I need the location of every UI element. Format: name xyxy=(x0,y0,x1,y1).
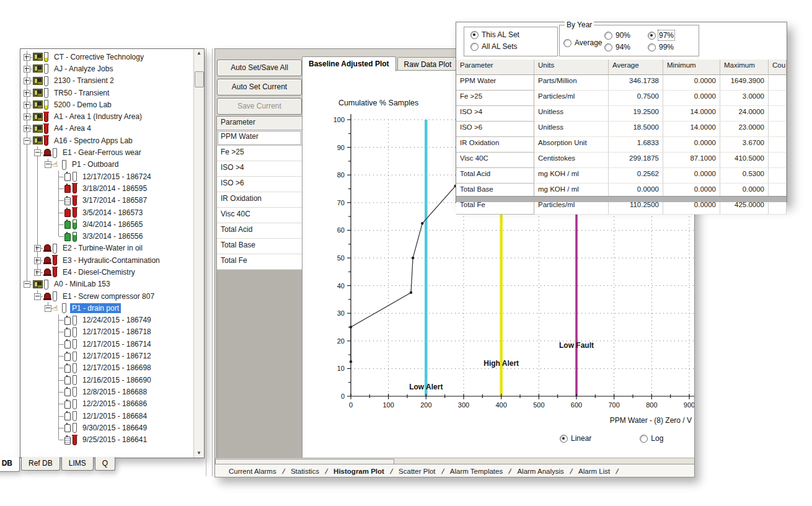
tree-item[interactable]: 3/17/2014 - 186587 xyxy=(22,195,193,206)
collapse-minus-icon[interactable] xyxy=(45,305,51,312)
expand-plus-icon[interactable] xyxy=(24,125,30,132)
table-row[interactable]: IR OxidationAbsorption Unit1.68330.00003… xyxy=(456,137,787,153)
expand-plus-icon[interactable] xyxy=(24,90,30,97)
tree-item[interactable]: 12/17/2015 - 186714 xyxy=(22,338,193,350)
auto-set-save-all-button[interactable]: Auto Set/Save All xyxy=(217,60,302,76)
tree-item[interactable]: A16 - Spectro Apps Lab xyxy=(22,135,193,146)
table-row[interactable]: Visc 40CCentistokes299.187587.1000410.50… xyxy=(456,153,787,168)
tree-item[interactable]: 3/3/2014 - 186556 xyxy=(22,230,193,242)
tree-item[interactable]: 12/17/2015 - 186698 xyxy=(22,362,193,374)
parameter-item[interactable]: Fe >25 xyxy=(217,146,302,161)
tree-item[interactable]: 12/8/2015 - 186688 xyxy=(22,386,193,397)
parameter-item[interactable]: ISO >6 xyxy=(217,177,302,192)
tree-vertical-scrollbar[interactable]: ▲ ▼ xyxy=(193,49,204,458)
parameter-item[interactable]: Total Acid xyxy=(217,223,302,239)
tab-scatter-plot[interactable]: Scatter Plot xyxy=(392,468,441,475)
tab-statistics[interactable]: Statistics xyxy=(285,468,325,475)
db-tab-q[interactable]: Q xyxy=(95,457,115,471)
tree-item[interactable]: TR50 - Transient xyxy=(22,87,193,99)
table-cell: PPM Water xyxy=(456,75,534,91)
tree-item[interactable]: 3/5/2014 - 186573 xyxy=(22,206,193,218)
parameter-item[interactable]: Total Base xyxy=(217,239,302,254)
tree-item[interactable]: 3/4/2014 - 186565 xyxy=(22,218,193,230)
tree-guide xyxy=(43,206,53,218)
scroll-down-icon[interactable]: ▼ xyxy=(194,449,204,458)
tree-item[interactable]: A1 - Area 1 (Industry Area) xyxy=(22,110,193,122)
tree-item-label: CT - Corrective Technology xyxy=(52,52,146,62)
table-row[interactable]: Fe >25Particles/ml0.75000.00003.0000 xyxy=(456,91,787,106)
tab-histogram-plot[interactable]: Histogram Plot xyxy=(327,468,391,475)
tree-item[interactable]: A0 - MiniLab 153 xyxy=(22,278,193,290)
auto-set-current-button[interactable]: Auto Set Current xyxy=(217,79,302,95)
collapse-minus-icon[interactable] xyxy=(34,293,41,300)
tab-raw-data-plot[interactable]: Raw Data Plot xyxy=(397,57,459,71)
expand-plus-icon[interactable] xyxy=(34,257,41,264)
tree-item[interactable]: E1 - Gear-Ferrous wear xyxy=(22,146,193,158)
tab-current-alarms[interactable]: Current Alarms xyxy=(223,468,283,475)
tab-alarm-list[interactable]: Alarm List xyxy=(572,468,616,475)
tree-item[interactable]: 12/24/2015 - 186749 xyxy=(22,314,193,326)
expand-plus-icon[interactable] xyxy=(34,245,41,252)
tree-item[interactable]: CT - Corrective Technology xyxy=(22,51,193,63)
parameter-item[interactable]: ISO >4 xyxy=(217,161,302,177)
tree-item[interactable]: E1 - Screw compressor 807 xyxy=(22,290,193,302)
tree-item[interactable]: 12/1/2015 - 186684 xyxy=(22,410,193,422)
table-row[interactable]: PPM WaterParts/Million346.17380.00001649… xyxy=(456,75,787,91)
tree-item[interactable]: 9/25/2015 - 186641 xyxy=(22,434,193,446)
tree-item[interactable]: 12/17/2015 - 186724 xyxy=(22,171,193,182)
tube-icon xyxy=(73,352,77,362)
average-radio[interactable]: Average xyxy=(563,38,602,47)
collapse-minus-icon[interactable] xyxy=(24,281,30,288)
parameter-item[interactable]: IR Oxidation xyxy=(217,192,302,208)
table-row[interactable]: Total Acidmg KOH / ml0.25620.00000.5300 xyxy=(456,168,787,184)
db-tab-ref-db[interactable]: Ref DB xyxy=(21,457,60,471)
tree-item[interactable]: 5200 - Demo Lab xyxy=(22,99,193,110)
db-tab-lims[interactable]: LIMS xyxy=(61,457,94,471)
splitter-line[interactable] xyxy=(206,48,206,476)
expand-plus-icon[interactable] xyxy=(34,269,41,276)
tab-alarm-templates[interactable]: Alarm Templates xyxy=(444,468,509,475)
tree-item[interactable]: ☝P1 - drain port xyxy=(22,302,193,314)
all-al-sets-radio[interactable]: All AL Sets xyxy=(470,42,518,51)
log-scale-radio[interactable]: Log xyxy=(640,434,663,443)
expand-plus-icon[interactable] xyxy=(24,54,30,61)
tree-item[interactable]: ☝P1 - Outboard xyxy=(22,159,193,171)
expand-plus-icon[interactable] xyxy=(24,102,30,109)
scroll-up-icon[interactable]: ▲ xyxy=(194,49,204,58)
table-row[interactable]: ISO >4Unitless19.250014.000024.0000 xyxy=(456,106,787,122)
table-row[interactable]: ISO >6Unitless18.500014.000023.0000 xyxy=(456,122,787,137)
tree-item[interactable]: E2 - Turbine-Water in oil xyxy=(22,242,193,254)
94--label: 94% xyxy=(616,43,630,51)
tree-item[interactable]: A4 - Area 4 xyxy=(22,123,193,135)
collapse-minus-icon[interactable] xyxy=(45,161,51,168)
tree-item[interactable]: E3 - Hydraulic-Contamination xyxy=(22,254,193,266)
90--radio[interactable]: 90% xyxy=(604,31,630,40)
97--radio[interactable]: 97% xyxy=(648,31,674,40)
expand-plus-icon[interactable] xyxy=(24,66,30,73)
linear-scale-radio[interactable]: Linear xyxy=(560,434,591,443)
tree-item[interactable]: E4 - Diesel-Chemistry xyxy=(22,266,193,278)
parameter-item[interactable]: PPM Water xyxy=(217,130,302,146)
expand-plus-icon[interactable] xyxy=(24,78,30,84)
tree-item[interactable]: 3/18/2014 - 186595 xyxy=(22,182,193,194)
splitter-line[interactable] xyxy=(212,48,213,476)
tree-item[interactable]: 2130 - Transient 2 xyxy=(22,75,193,87)
db-tab-er-db[interactable]: er DB xyxy=(0,457,20,472)
this-al-set-radio[interactable]: This AL Set xyxy=(470,30,519,39)
tab-baseline-adjusted-plot[interactable]: Baseline Adjusted Plot xyxy=(302,56,396,71)
collapse-minus-icon[interactable] xyxy=(24,138,30,144)
tree-item[interactable]: 12/17/2015 - 186712 xyxy=(22,350,193,362)
parameter-item[interactable]: Visc 40C xyxy=(217,208,302,223)
parameter-item[interactable]: Total Fe xyxy=(217,254,302,270)
tree-item[interactable]: 12/16/2015 - 186690 xyxy=(22,374,193,386)
tab-alarm-analysis[interactable]: Alarm Analysis xyxy=(511,468,570,475)
94--radio[interactable]: 94% xyxy=(604,43,630,51)
tree-item[interactable]: 9/30/2015 - 186649 xyxy=(22,422,193,433)
tree-item[interactable]: 12/2/2015 - 186686 xyxy=(22,398,193,410)
expand-plus-icon[interactable] xyxy=(24,113,30,120)
99--radio[interactable]: 99% xyxy=(648,43,674,51)
tree-item[interactable]: 12/17/2015 - 186718 xyxy=(22,326,193,338)
scrollbar-thumb[interactable] xyxy=(195,71,204,87)
collapse-minus-icon[interactable] xyxy=(34,149,41,156)
tree-item[interactable]: AJ - Analyze Jobs xyxy=(22,63,193,74)
